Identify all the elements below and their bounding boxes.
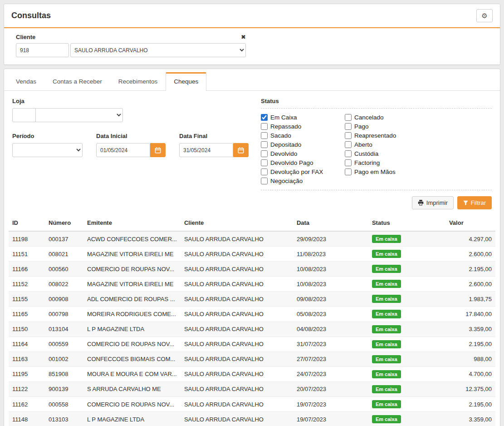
status-checkbox[interactable] [345,159,352,166]
cell-emitente: S ARRUDA CARVALHO ME [83,381,181,396]
status-checkbox[interactable] [261,178,268,184]
status-checkbox-item[interactable]: Depositado [261,140,345,149]
client-name-select[interactable]: SAULO ARRUDA CARVALHO [70,43,246,57]
table-row[interactable]: 11166 000560 COMERCIO DE ROUPAS NOV... S… [9,262,495,277]
status-checkbox-item[interactable]: Factoring [345,158,396,167]
status-checkbox[interactable] [261,168,268,175]
status-checkbox[interactable] [261,132,268,139]
status-checkbox-item[interactable]: Sacado [261,131,345,140]
cell-id: 11148 [9,412,45,426]
status-checkbox-label: Negociação [270,178,303,184]
cell-data: 27/07/2023 [293,352,368,367]
tab[interactable]: Vendas [8,72,44,90]
status-checkbox-item[interactable]: Devolvido [261,149,345,158]
cell-cliente: SAULO ARRUDA CARVALHO [181,322,293,337]
status-checkbox-item[interactable]: Devolvido Pago [261,158,345,167]
filtrar-button[interactable]: Filtrar [457,196,492,209]
cell-cliente: SAULO ARRUDA CARVALHO [181,247,293,262]
data-inicial-calendar-button[interactable] [150,143,166,157]
imprimir-button[interactable]: Imprimir [412,196,454,209]
table-header-cell: Cliente [181,215,293,231]
cell-numero: 000798 [45,307,83,322]
table-row[interactable]: 11148 013103 L P MAGAZINE LTDA SAULO ARR… [9,412,495,426]
status-checkbox[interactable] [345,141,352,148]
table-row[interactable]: 11155 000908 ADL COMERCIO DE ROUPAS ... … [9,292,495,307]
status-checkbox[interactable] [345,123,352,130]
status-checkbox[interactable] [261,141,268,148]
cell-valor: 4.700,00 [445,367,495,381]
status-checkbox[interactable] [261,150,268,157]
table-row[interactable]: 11152 008022 MAGAZINE VITORIA EIRELI ME … [9,277,495,292]
table-row[interactable]: 11163 001002 CONFECCOES BIGMAIS COM... S… [9,352,495,367]
cell-status: Em caixa [368,292,445,307]
table-row[interactable]: 11195 851908 MOURA E MOURA E COM VAR... … [9,367,495,381]
calendar-icon [155,147,161,154]
periodo-select[interactable] [12,143,83,157]
table-row[interactable]: 11198 000137 ACWD CONFECCOES COMER... SA… [9,231,495,247]
cell-emitente: MOREIRA RODRIGUES COME... [83,307,181,322]
tab[interactable]: Cheques [166,72,206,91]
cell-cliente: SAULO ARRUDA CARVALHO [181,412,293,426]
status-checkbox[interactable] [261,114,268,121]
cell-status: Em caixa [368,307,445,322]
table-row[interactable]: 11165 000798 MOREIRA RODRIGUES COME... S… [9,307,495,322]
data-final-calendar-button[interactable] [233,143,249,157]
status-checkbox-item[interactable]: Em Caixa [261,113,345,122]
table-row[interactable]: 11150 013104 L P MAGAZINE LTDA SAULO ARR… [9,322,495,337]
status-badge: Em caixa [372,340,401,348]
status-checkbox-item[interactable]: Reapresentado [345,131,396,140]
cell-id: 11163 [9,352,45,367]
periodo-label: Período [12,133,83,139]
status-checkbox-item[interactable]: Cancelado [345,113,396,122]
settings-button[interactable]: ⚙ [476,9,493,22]
status-checkbox-item[interactable]: Aberto [345,140,396,149]
table-header-cell: Emitente [83,215,181,231]
cell-data: 11/08/2023 [293,247,368,262]
status-checkbox-item[interactable]: Pago [345,122,396,131]
status-checkbox[interactable] [261,123,268,130]
status-checkbox-item[interactable]: Custódia [345,149,396,158]
status-checkbox-item[interactable]: Negociação [261,176,345,185]
client-label: Cliente [16,34,35,40]
data-final-input[interactable] [179,143,233,157]
table-row[interactable]: 11162 000558 COMERCIO DE ROUPAS NOV... S… [9,397,495,412]
status-checkbox-item[interactable]: Devolução por FAX [261,167,345,176]
table-row[interactable]: 11164 000559 COMERCIO DE ROUPAS NOV... S… [9,337,495,352]
table-header-cell: ID [9,215,45,231]
status-checkbox[interactable] [345,132,352,139]
cell-data: 04/08/2023 [293,322,368,337]
table-row[interactable]: 11122 900139 S ARRUDA CARVALHO ME SAULO … [9,381,495,396]
tab[interactable]: Recebimentos [110,72,166,90]
status-checkbox-label: Sacado [270,132,291,139]
cell-emitente: ACWD CONFECCOES COMER... [83,231,181,247]
printer-icon [418,200,424,206]
loja-code-input[interactable] [12,108,36,122]
status-checkbox-item[interactable]: Repassado [261,122,345,131]
client-code-input[interactable] [16,43,69,57]
cell-emitente: COMERCIO DE ROUPAS NOV... [83,262,181,277]
status-checkbox[interactable] [345,150,352,157]
cell-id: 11162 [9,397,45,412]
client-panel: Cliente ✖ SAULO ARRUDA CARVALHO [4,27,500,64]
tab[interactable]: Contas a Receber [44,72,110,90]
status-badge: Em caixa [372,280,401,288]
clear-client-icon[interactable]: ✖ [241,34,246,40]
status-checkbox-label: Devolução por FAX [270,168,323,175]
status-checkbox[interactable] [261,159,268,166]
status-checkbox[interactable] [345,168,352,175]
loja-select[interactable] [35,108,123,122]
cell-cliente: SAULO ARRUDA CARVALHO [181,337,293,352]
cell-status: Em caixa [368,352,445,367]
filter-left: Loja Período Data Inicial [12,98,261,190]
cell-data: 24/07/2023 [293,367,368,381]
data-inicial-input[interactable] [96,143,150,157]
cell-id: 11151 [9,247,45,262]
table-row[interactable]: 11151 008021 MAGAZINE VITORIA EIRELI ME … [9,247,495,262]
cell-numero: 001002 [45,352,83,367]
status-checkbox-label: Cancelado [354,114,384,121]
status-checkbox-item[interactable]: Pago em Mãos [345,167,396,176]
cell-id: 11155 [9,292,45,307]
cell-valor: 2.195,00 [445,337,495,352]
status-checkbox[interactable] [345,114,352,121]
cell-valor: 1.983,75 [445,292,495,307]
